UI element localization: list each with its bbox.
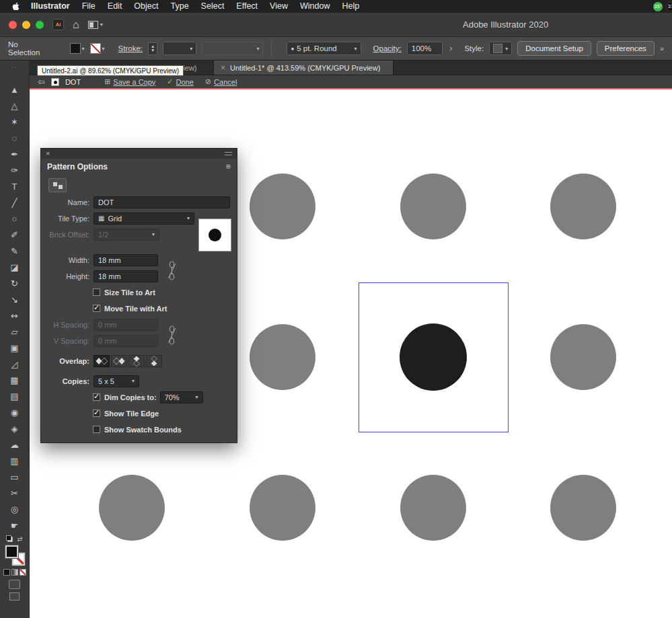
ellipse-tool[interactable]: ○ <box>5 210 25 227</box>
default-fill-stroke-icon[interactable] <box>6 535 13 542</box>
slice-tool[interactable]: ✂ <box>5 485 25 501</box>
symbol-sprayer-tool[interactable]: ☁ <box>5 436 25 453</box>
link-dimensions-icon[interactable] <box>167 258 176 286</box>
menu-file[interactable]: File <box>76 0 102 13</box>
opacity-label[interactable]: Opacity: <box>373 44 402 52</box>
overlap-left-in-front-button[interactable] <box>94 355 110 367</box>
menu-effect[interactable]: Effect <box>230 0 264 13</box>
curvature-tool[interactable]: ✑ <box>5 162 25 178</box>
show-swatch-bounds-checkbox[interactable] <box>93 426 100 433</box>
draw-mode-button[interactable] <box>9 580 20 589</box>
zoom-window-button[interactable] <box>36 21 44 29</box>
eyedropper-tool[interactable]: ◉ <box>5 404 25 420</box>
zoom-tool[interactable]: ◎ <box>5 501 25 517</box>
height-input[interactable]: 18 mm <box>94 270 158 282</box>
dim-copies-checkbox[interactable] <box>93 393 100 401</box>
type-tool[interactable]: T <box>5 178 25 194</box>
width-input[interactable]: 18 mm <box>94 254 158 266</box>
brush-definition-dropdown[interactable]: ● 5 pt. Round ▾ <box>287 42 361 55</box>
opacity-field[interactable]: 100% <box>407 42 443 55</box>
preferences-button[interactable]: Preferences <box>597 41 655 56</box>
status-badge-temperature[interactable]: 35° <box>653 2 663 11</box>
dim-copies-dropdown[interactable]: 70% ▾ <box>160 391 203 403</box>
swap-fill-stroke-icon[interactable]: ⇄ <box>17 535 22 543</box>
scale-tool[interactable]: ↘ <box>5 291 25 307</box>
arrange-documents-control[interactable]: ▾ <box>88 21 103 29</box>
blend-tool[interactable]: ◈ <box>5 420 25 436</box>
pattern-name-input[interactable]: DOT <box>94 196 230 208</box>
size-tile-checkbox[interactable] <box>93 288 100 296</box>
stepper-down-icon[interactable]: ▼ <box>151 48 155 53</box>
panel-menu-icon[interactable]: ≡ <box>225 161 231 171</box>
done-link[interactable]: ✓ Done <box>167 77 194 86</box>
menu-illustrator[interactable]: Illustrator <box>25 0 76 13</box>
tab-untitled-1[interactable]: × Untitled-1* @ 413.59% (CMYK/GPU Previe… <box>214 61 394 75</box>
link-spacing-icon[interactable] <box>167 322 176 350</box>
overlap-bottom-in-front-button[interactable] <box>146 355 162 367</box>
direct-selection-tool[interactable]: △ <box>5 98 25 114</box>
selection-tool[interactable]: ▲ <box>5 81 25 98</box>
column-graph-tool[interactable]: ▥ <box>5 453 25 469</box>
home-icon[interactable]: ⌂ <box>73 20 79 30</box>
menu-select[interactable]: Select <box>195 0 231 13</box>
line-segment-tool[interactable]: ╱ <box>5 194 25 210</box>
shape-builder-tool[interactable]: ▣ <box>5 340 25 356</box>
panel-close-icon[interactable]: × <box>46 150 50 157</box>
gradient-tool[interactable]: ▤ <box>5 388 25 404</box>
overlap-right-in-front-button[interactable] <box>111 355 127 367</box>
arrange-documents-icon <box>88 21 98 29</box>
cancel-icon: ⊘ <box>205 77 211 86</box>
menu-edit[interactable]: Edit <box>102 0 128 13</box>
hand-tool[interactable]: ☛ <box>5 517 25 533</box>
cancel-link[interactable]: ⊘ Cancel <box>205 77 237 86</box>
shaper-tool[interactable]: ✎ <box>5 243 25 259</box>
minimize-window-button[interactable] <box>22 21 30 29</box>
lasso-tool[interactable]: ◌ <box>5 130 25 146</box>
toolbar-grip[interactable]: ·· <box>12 64 17 72</box>
control-bar-overflow-icon[interactable]: » <box>660 44 664 52</box>
tile-type-label: Tile Type: <box>46 215 89 223</box>
color-mode-button[interactable] <box>3 569 10 576</box>
overlap-top-in-front-button[interactable] <box>128 355 145 367</box>
tile-type-dropdown[interactable]: ▦ Grid ▾ <box>94 213 194 225</box>
pen-tool[interactable]: ✒ <box>5 146 25 162</box>
move-tile-checkbox[interactable] <box>93 305 100 312</box>
tab-close-icon[interactable]: × <box>221 63 225 73</box>
screen-mode-button[interactable] <box>9 592 20 601</box>
menu-object[interactable]: Object <box>128 0 164 13</box>
style-dropdown[interactable]: ▾ <box>489 42 512 55</box>
menu-view[interactable]: View <box>264 0 294 13</box>
stroke-weight-dropdown[interactable]: ▾ <box>163 42 196 55</box>
free-transform-tool[interactable]: ▱ <box>5 323 25 340</box>
stroke-label[interactable]: Stroke: <box>118 44 143 52</box>
menu-help[interactable]: Help <box>336 0 365 13</box>
close-window-button[interactable] <box>9 21 17 29</box>
none-mode-button[interactable] <box>20 569 26 576</box>
save-copy-link[interactable]: ⊞ Save a Copy <box>104 77 155 86</box>
stroke-color-control[interactable]: ▾ <box>90 43 105 54</box>
exit-pattern-mode-arrow[interactable]: ⇦ <box>38 77 45 87</box>
gradient-mode-button[interactable] <box>11 569 18 576</box>
perspective-grid-tool[interactable]: ◿ <box>5 356 25 372</box>
mesh-tool[interactable]: ▦ <box>5 372 25 388</box>
menu-window[interactable]: Window <box>294 0 336 13</box>
width-tool[interactable]: ↭ <box>5 307 25 323</box>
fill-color-control[interactable]: ▾ <box>70 43 85 54</box>
pattern-copy-dot <box>250 173 315 239</box>
eraser-tool[interactable]: ◪ <box>5 259 25 275</box>
document-setup-button[interactable]: Document Setup <box>517 41 591 56</box>
menu-type[interactable]: Type <box>165 0 195 13</box>
panel-collapse-icon[interactable] <box>225 152 232 155</box>
copies-dropdown[interactable]: 5 x 5 ▾ <box>94 375 139 387</box>
status-badge-right[interactable]: 37 <box>666 2 672 11</box>
magic-wand-tool[interactable]: ✶ <box>5 114 25 130</box>
opacity-panel-arrow[interactable]: › <box>448 44 453 53</box>
fill-color-swatch[interactable] <box>5 545 18 558</box>
pattern-tile-tool-button[interactable] <box>48 178 67 192</box>
show-tile-edge-checkbox[interactable] <box>93 410 100 417</box>
stroke-weight-stepper[interactable]: ▲▼ <box>148 42 157 55</box>
paintbrush-tool[interactable]: ✐ <box>5 227 25 243</box>
artboard-tool[interactable]: ▭ <box>5 469 25 485</box>
apple-menu[interactable] <box>7 2 25 11</box>
rotate-tool[interactable]: ↻ <box>5 275 25 291</box>
